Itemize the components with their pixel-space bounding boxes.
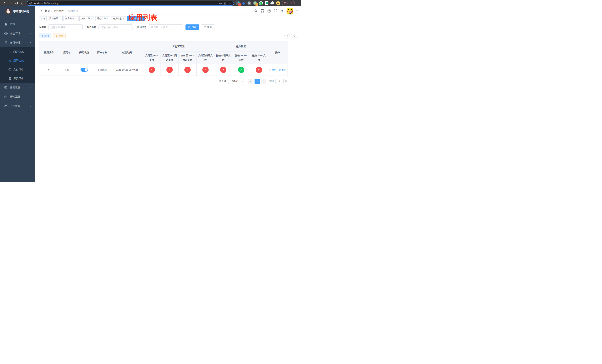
chevron-down-icon: [29, 105, 32, 107]
close-icon[interactable]: [91, 18, 93, 20]
breadcrumb-payment[interactable]: 支付管理: [54, 9, 64, 13]
cell-app-id: 6: [39, 64, 59, 76]
filter-form: 应用名 商户名称 开启状态 请选择开启状态 搜索 重置: [39, 24, 297, 30]
font-size-icon[interactable]: tT: [280, 9, 284, 13]
site-info-icon[interactable]: [29, 1, 32, 5]
sidebar-collapse-icon[interactable]: [38, 9, 42, 13]
enabled-toggle[interactable]: [81, 68, 88, 72]
extension-grid-icon[interactable]: 10: [236, 1, 240, 5]
col-header-status: 开启状态: [75, 41, 93, 64]
chevron-down-icon: [242, 80, 244, 82]
sidebar-item-system[interactable]: 系统管理: [0, 29, 35, 38]
next-page-button[interactable]: [261, 79, 266, 84]
close-icon[interactable]: [107, 18, 109, 20]
sidebar-menu: 首页 系统管理 ¥ 支付管理 商户信息: [0, 17, 35, 182]
close-icon[interactable]: [75, 18, 77, 20]
sidebar-item-pay-orders[interactable]: 支付订单: [0, 65, 35, 74]
browser-home-icon[interactable]: [20, 1, 24, 5]
extension-chat-icon[interactable]: [265, 1, 269, 5]
shop-icon: [8, 50, 11, 54]
tab-pay-orders[interactable]: 支付订单: [79, 16, 94, 21]
tab-process-form[interactable]: 流程表单: [48, 16, 63, 21]
url-bar[interactable]: localhost:1024/pay/app ☆: [27, 1, 234, 6]
tab-user-group[interactable]: 用户分组: [64, 16, 78, 21]
extension-y-icon[interactable]: y: [259, 1, 263, 5]
table-row: 6 芋道 芋道源码 2021-10-23 08:49:25 × × × × × …: [39, 64, 288, 76]
search-icon[interactable]: [254, 9, 258, 13]
prev-page-button[interactable]: [248, 79, 253, 84]
sidebar-item-payment[interactable]: ¥ 支付管理: [0, 38, 35, 47]
tab-merchant-info[interactable]: 商户信息: [111, 16, 126, 21]
status-select[interactable]: 请选择开启状态: [149, 24, 183, 30]
delete-link[interactable]: 删除: [279, 68, 286, 71]
page-size-select[interactable]: 10条/页: [228, 79, 245, 84]
user-menu-caret-icon[interactable]: [296, 11, 298, 12]
app-title: 芋道管理系统: [13, 10, 29, 13]
tab-refund-orders[interactable]: 退款订单: [95, 16, 110, 21]
tab-home[interactable]: 首页: [39, 16, 47, 21]
col-header-wx-app: 微信 APP 支付: [250, 52, 268, 64]
pagination: 共 1 条 10条/页 1 前往 页: [39, 79, 287, 84]
search-button[interactable]: 搜索: [185, 24, 199, 30]
browser-update-button[interactable]: 更新 ⋮: [282, 1, 294, 5]
gear-icon: [4, 32, 8, 35]
sidebar-item-refund-orders[interactable]: 退款订单: [0, 74, 35, 83]
breadcrumb-current: 应用信息: [68, 9, 78, 13]
add-button[interactable]: 新增: [39, 33, 51, 38]
col-header-alipay-app: 支付宝 APP 支付: [143, 52, 161, 64]
payment-submenu: 商户信息 应用信息 支付订单 退款订单: [0, 47, 35, 83]
extension-puzzle-icon[interactable]: [270, 1, 274, 5]
edit-link[interactable]: 修改: [269, 68, 276, 71]
page-number-1[interactable]: 1: [255, 79, 260, 84]
export-button[interactable]: 导出: [53, 33, 65, 38]
breadcrumb-separator: /: [52, 10, 52, 12]
col-header-app-id: 应用编号: [39, 41, 59, 64]
browser-reload-icon[interactable]: [14, 1, 19, 5]
cell-app-name: 芋道: [59, 64, 75, 76]
browser-extensions: 10 ◆ ⌘ 1 y 更新 ⋮: [236, 1, 294, 5]
col-header-merchant: 商户名称: [93, 41, 111, 64]
close-icon[interactable]: [123, 18, 125, 20]
sidebar-item-merchant-info[interactable]: 商户信息: [0, 47, 35, 56]
chevron-down-icon: [29, 96, 32, 98]
fullscreen-icon[interactable]: [274, 9, 277, 13]
show-search-button[interactable]: [284, 33, 290, 39]
breadcrumb-home[interactable]: 首页: [45, 9, 50, 13]
close-icon[interactable]: [59, 18, 61, 20]
user-avatar[interactable]: [287, 8, 293, 14]
merchant-name-input[interactable]: [98, 24, 133, 30]
main-panel: 应用列表 首页 / 支付管理 / 应用信息 tT: [35, 6, 301, 182]
password-key-icon[interactable]: [219, 1, 222, 5]
breadcrumb-separator: /: [65, 10, 66, 12]
breadcrumb: 首页 / 支付管理 / 应用信息: [45, 9, 78, 13]
extension-recorder-icon[interactable]: 1: [253, 1, 257, 5]
browser-forward-icon[interactable]: [9, 1, 13, 5]
extension-command-icon[interactable]: ⌘: [247, 1, 251, 5]
sidebar-logo[interactable]: 芋道管理系统: [0, 6, 35, 17]
app-name-input[interactable]: [48, 24, 83, 30]
browser-back-icon[interactable]: [3, 1, 7, 5]
briefcase-icon: [4, 95, 8, 98]
share-icon[interactable]: [224, 1, 227, 5]
sidebar-item-infra[interactable]: 基础设施: [0, 83, 35, 92]
sidebar-item-app-info[interactable]: 应用信息: [0, 56, 35, 65]
sidebar-item-home[interactable]: 首页: [0, 20, 35, 29]
bookmark-star-icon[interactable]: ☆: [228, 1, 232, 5]
github-icon[interactable]: [261, 9, 264, 13]
status-label: 开启状态: [137, 26, 146, 29]
refresh-button[interactable]: [292, 33, 297, 39]
goto-page-input[interactable]: [275, 79, 284, 84]
alipay-app-status-icon: ×: [149, 67, 155, 73]
dashboard-icon: [4, 22, 8, 26]
reset-button[interactable]: 重置: [201, 24, 215, 30]
app-table: 应用编号 应用名 开启状态 商户名称 创建时间 支付宝配置 微信配置 操作 支付…: [39, 41, 288, 76]
extension-emoji-icon[interactable]: [276, 1, 280, 5]
col-header-alipay-wap: 支付宝 WAP 网站支付: [179, 52, 197, 64]
merchant-name-label: 商户名称: [87, 26, 96, 29]
sidebar-item-workflow[interactable]: 工作流程: [0, 101, 35, 111]
sidebar-item-dev-tools[interactable]: 研发工具: [0, 92, 35, 101]
help-icon[interactable]: [267, 9, 271, 13]
url-text: localhost:1024/pay/app: [34, 2, 217, 5]
browser-menu-kebab-icon[interactable]: ⋮: [290, 2, 292, 4]
extension-gem-icon[interactable]: ◆: [242, 1, 246, 5]
